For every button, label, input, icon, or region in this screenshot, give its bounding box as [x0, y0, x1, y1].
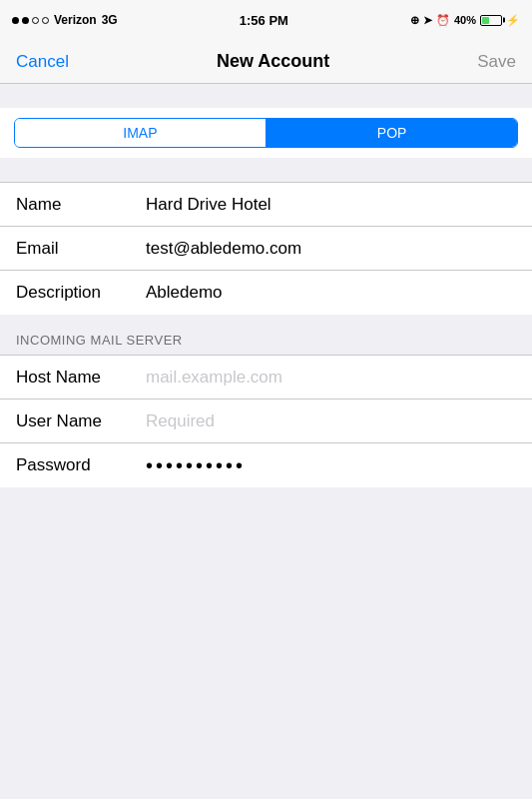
carrier-label: Verizon: [54, 13, 97, 27]
cancel-button[interactable]: Cancel: [16, 52, 69, 72]
username-label: User Name: [16, 411, 146, 431]
description-row: Description Abledemo: [0, 271, 532, 315]
password-row: Password ••••••••••: [0, 443, 532, 487]
name-value[interactable]: Hard Drive Hotel: [146, 195, 516, 215]
password-value[interactable]: ••••••••••: [146, 454, 516, 477]
status-time: 1:56 PM: [240, 13, 288, 28]
pop-segment-button[interactable]: POP: [266, 119, 517, 147]
status-left: Verizon 3G: [12, 13, 118, 27]
network-label: 3G: [102, 13, 118, 27]
arrow-icon: ➤: [423, 14, 432, 27]
location-icon: ⊕: [410, 14, 419, 27]
username-value[interactable]: Required: [146, 411, 516, 431]
username-row: User Name Required: [0, 400, 532, 443]
signal-dot-1: [12, 17, 19, 24]
top-gap: [0, 84, 532, 108]
description-value[interactable]: Abledemo: [146, 283, 516, 303]
segment-wrapper: IMAP POP: [0, 108, 532, 158]
email-value[interactable]: test@abledemo.com: [146, 239, 516, 259]
password-label: Password: [16, 455, 146, 475]
name-label: Name: [16, 195, 146, 215]
navigation-bar: Cancel New Account Save: [0, 40, 532, 84]
imap-segment-button[interactable]: IMAP: [15, 119, 266, 147]
signal-dot-4: [42, 17, 49, 24]
status-right: ⊕ ➤ ⏰ 40% ⚡: [410, 14, 520, 27]
email-row: Email test@abledemo.com: [0, 227, 532, 271]
email-label: Email: [16, 239, 146, 259]
status-bar: Verizon 3G 1:56 PM ⊕ ➤ ⏰ 40% ⚡: [0, 0, 532, 40]
signal-dot-2: [22, 17, 29, 24]
signal-dot-3: [32, 17, 39, 24]
account-type-segment: IMAP POP: [14, 118, 518, 148]
signal-indicator: [12, 17, 49, 24]
battery-indicator: [480, 15, 502, 26]
account-info-group: Name Hard Drive Hotel Email test@abledem…: [0, 182, 532, 315]
hostname-value[interactable]: mail.example.com: [146, 368, 516, 388]
alarm-icon: ⏰: [436, 14, 450, 27]
hostname-row: Host Name mail.example.com: [0, 356, 532, 400]
incoming-mail-header: INCOMING MAIL SERVER: [0, 315, 532, 355]
pop-label: POP: [377, 125, 407, 141]
battery-percent: 40%: [454, 14, 476, 26]
incoming-mail-section: INCOMING MAIL SERVER Host Name mail.exam…: [0, 315, 532, 487]
incoming-mail-header-text: INCOMING MAIL SERVER: [16, 333, 183, 348]
name-row: Name Hard Drive Hotel: [0, 183, 532, 227]
battery-fill: [482, 17, 489, 24]
charging-icon: ⚡: [506, 14, 520, 27]
page-title: New Account: [217, 51, 329, 72]
incoming-mail-group: Host Name mail.example.com User Name Req…: [0, 355, 532, 487]
imap-label: IMAP: [123, 125, 157, 141]
hostname-label: Host Name: [16, 368, 146, 388]
battery-icon: [480, 15, 502, 26]
description-label: Description: [16, 283, 146, 303]
save-button[interactable]: Save: [477, 52, 516, 72]
middle-gap: [0, 158, 532, 182]
